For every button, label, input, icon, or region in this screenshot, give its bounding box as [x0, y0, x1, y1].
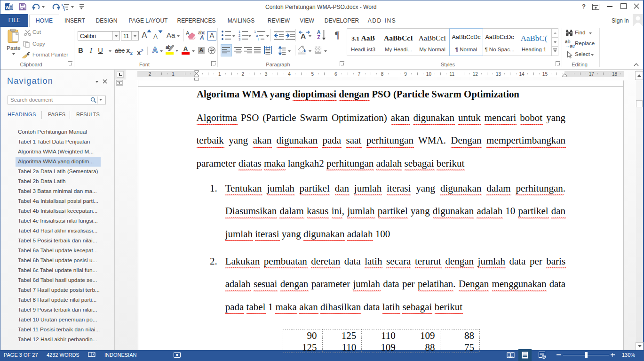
svg-text:i: i	[64, 8, 65, 11]
svg-text:3: 3	[239, 37, 240, 40]
svg-text:i: i	[258, 37, 259, 40]
svg-text:W: W	[6, 5, 10, 10]
